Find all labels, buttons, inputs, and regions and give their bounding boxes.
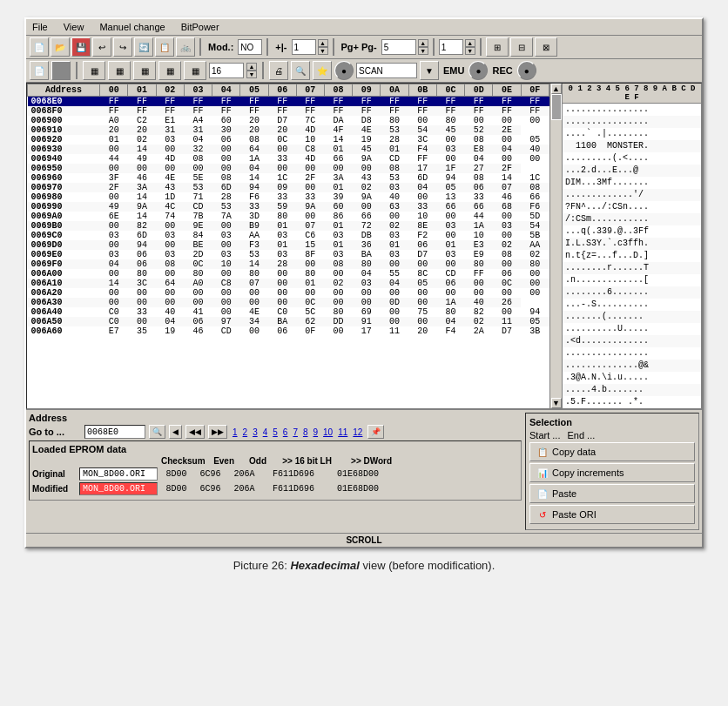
hex-cell[interactable]: 03 (268, 231, 296, 240)
hex-cell[interactable]: C8 (296, 145, 324, 154)
copy-increments-btn[interactable]: 📊 Copy increments (529, 463, 695, 482)
hex-cell[interactable]: 14 (128, 192, 156, 202)
hex-cell[interactable]: 10 (212, 259, 240, 269)
hex-cell[interactable]: 20 (240, 116, 268, 125)
scrollbar[interactable]: ▲ ▼ (549, 84, 562, 408)
hex-cell[interactable]: 00 (212, 164, 240, 173)
hex-cell[interactable]: 06 (268, 326, 296, 336)
hex-cell[interactable]: FF (184, 106, 212, 116)
hex-cell[interactable]: 00 (184, 164, 212, 173)
hex-cell[interactable]: 00 (296, 259, 324, 269)
hex-cell[interactable]: F4 (436, 326, 464, 336)
hex-cell[interactable]: 8C (408, 269, 436, 279)
hex-cell[interactable]: 0C (493, 279, 521, 288)
tb2-grid5[interactable]: ▦ (184, 61, 206, 80)
hex-cell[interactable]: 03 (381, 250, 408, 259)
hex-cell[interactable]: 3A (324, 173, 352, 183)
hex-cell[interactable]: 49 (100, 202, 128, 212)
hex-cell[interactable]: FF (100, 106, 128, 116)
hex-cell[interactable]: E8 (465, 145, 493, 154)
hex-cell[interactable]: CD (436, 269, 464, 279)
hex-cell[interactable]: CD (381, 154, 408, 164)
hex-cell[interactable]: 00 (493, 135, 521, 145)
hex-cell[interactable]: 20 (408, 326, 436, 336)
hex-cell[interactable]: 03 (100, 250, 128, 259)
hex-cell[interactable]: 66 (521, 192, 549, 202)
hex-cell[interactable]: 00 (156, 164, 184, 173)
hex-cell[interactable]: FF (156, 97, 184, 107)
hex-cell[interactable]: 33 (268, 192, 296, 202)
hex-cell[interactable]: FF (493, 97, 521, 107)
hex-cell[interactable]: 00 (324, 326, 352, 336)
hex-cell[interactable]: 00 (324, 288, 352, 298)
hex-cell[interactable]: 00 (156, 221, 184, 231)
val1-up[interactable]: ▲ (465, 39, 475, 47)
hex-cell[interactable]: 7C (296, 116, 324, 125)
hex-cell[interactable]: FF (353, 106, 381, 116)
toolbar-btn-5[interactable]: 🔄 (134, 37, 153, 57)
hex-cell[interactable]: 15 (296, 240, 324, 250)
hex-cell[interactable]: 43 (353, 173, 381, 183)
hex-cell[interactable]: 00 (212, 240, 240, 250)
table-row[interactable]: 0069702F3A43536D9409000102030405060708 (28, 183, 549, 192)
hex-cell[interactable]: FF (128, 106, 156, 116)
toolbar-btn-redo[interactable]: ↪ (113, 37, 132, 57)
hex-cell[interactable]: 06 (436, 279, 464, 288)
hex-cell[interactable]: 40 (381, 192, 408, 202)
hex-cell[interactable]: 04 (240, 164, 268, 173)
hex-cell[interactable]: 07 (240, 279, 268, 288)
hex-cell[interactable]: 35 (128, 326, 156, 336)
hex-cell[interactable]: 00 (128, 288, 156, 298)
hex-cell[interactable]: 08 (465, 135, 493, 145)
hex-cell[interactable]: 01 (324, 240, 352, 250)
hex-cell[interactable]: 63 (381, 202, 408, 212)
hex-cell[interactable]: 6D (212, 183, 240, 192)
hex-cell[interactable]: 2E (493, 125, 521, 135)
scroll-thumb[interactable] (551, 94, 562, 120)
table-row[interactable]: 0069500000000000040000000008171F272F (28, 164, 549, 173)
tb2-emu-circle[interactable]: ● (468, 61, 488, 80)
hex-cell[interactable]: 28 (268, 259, 296, 269)
hex-cell[interactable]: 14 (128, 145, 156, 154)
hex-cell[interactable]: 00 (408, 116, 436, 125)
hex-cell[interactable]: 34 (240, 317, 268, 326)
hex-cell[interactable]: C8 (212, 279, 240, 288)
hex-cell[interactable]: 00 (156, 240, 184, 250)
hex-cell[interactable]: 00 (521, 288, 549, 298)
hex-cell[interactable]: 05 (408, 279, 436, 288)
hex-cell[interactable]: 97 (212, 317, 240, 326)
hex-cell[interactable]: 4F (324, 125, 352, 135)
hex-cell[interactable]: 28 (381, 135, 408, 145)
hex-cell[interactable]: 00 (521, 116, 549, 125)
hex-cell[interactable]: 41 (184, 307, 212, 317)
hex-cell[interactable]: 33 (268, 154, 296, 164)
toolbar-btn-grid2[interactable]: ⊟ (510, 37, 533, 57)
hex-cell[interactable]: 80 (324, 307, 352, 317)
hex-cell[interactable]: 20 (128, 125, 156, 135)
hex-cell[interactable]: 53 (381, 125, 408, 135)
val1-down[interactable]: ▼ (465, 47, 475, 55)
hex-cell[interactable]: 60 (324, 202, 352, 212)
hex-cell[interactable]: 7B (184, 212, 212, 221)
hex-cell[interactable]: 00 (493, 212, 521, 221)
hex-cell[interactable]: 9A (296, 202, 324, 212)
hex-cell[interactable]: 72 (353, 221, 381, 231)
hex-cell[interactable]: 66 (465, 202, 493, 212)
hex-cell[interactable]: 03 (381, 183, 408, 192)
hex-cell[interactable]: 4D (296, 125, 324, 135)
tb2-star[interactable]: ⭐ (313, 61, 332, 80)
hex-cell[interactable]: E1 (156, 116, 184, 125)
hex-cell[interactable]: 03 (156, 250, 184, 259)
table-row[interactable]: 00698000141D7128F63333399A400013334666 (28, 192, 549, 202)
hex-cell[interactable]: 1A (240, 154, 268, 164)
hex-cell[interactable]: 00 (381, 288, 408, 298)
hex-cell[interactable]: 74 (156, 212, 184, 221)
table-row[interactable]: 00693000140032006400C8014501F403E80440 (28, 145, 549, 154)
hex-cell[interactable]: 94 (521, 307, 549, 317)
hex-cell[interactable]: 69 (353, 307, 381, 317)
nav-2[interactable]: 2 (241, 427, 250, 437)
hex-cell[interactable]: FF (465, 269, 493, 279)
val1-spinbox[interactable]: ▲ ▼ (465, 39, 475, 55)
count-input[interactable] (209, 63, 244, 78)
hex-cell[interactable]: FF (240, 106, 268, 116)
